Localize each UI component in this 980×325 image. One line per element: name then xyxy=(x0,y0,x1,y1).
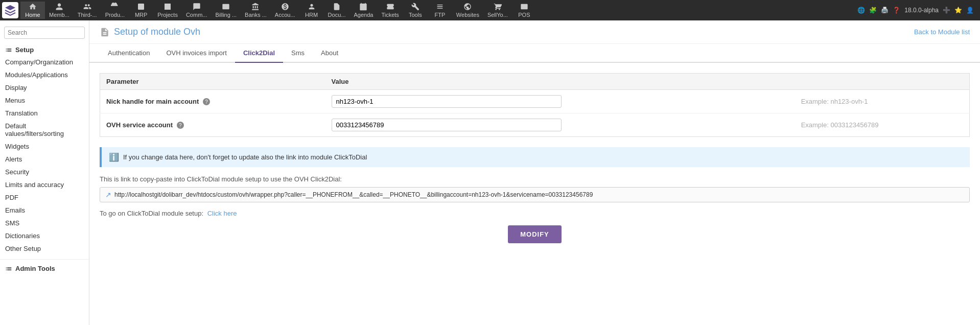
main-content: Setup of module Ovh Back to Module list … xyxy=(89,20,980,325)
help-icon[interactable]: ❓ xyxy=(893,7,900,14)
nav-tickets[interactable]: Tickets xyxy=(377,2,403,19)
sidebar: Setup Company/Organization Modules/Appli… xyxy=(0,20,89,325)
info-box: ℹ️ If you change data here, don't forget… xyxy=(100,147,970,167)
sidebar-item-translation[interactable]: Translation xyxy=(0,107,89,120)
add-icon[interactable]: ➕ xyxy=(943,7,950,14)
nav-accou[interactable]: Accou... xyxy=(271,2,299,19)
sidebar-item-default-values[interactable]: Default values/filters/sorting xyxy=(0,120,89,140)
link-box: ↗ http://localhostgit/dolibarr_dev/htdoc… xyxy=(100,187,970,202)
setup-icon xyxy=(5,47,12,54)
back-to-module-list-link[interactable]: Back to Module list xyxy=(914,28,970,36)
nav-projects[interactable]: Projects xyxy=(153,2,182,19)
nav-pos[interactable]: POS xyxy=(512,2,536,19)
tab-sms[interactable]: Sms xyxy=(283,44,313,63)
nav-hrm[interactable]: HRM xyxy=(299,2,324,19)
sidebar-item-display[interactable]: Display xyxy=(0,81,89,94)
nick-handle-example: Example: nh123-ovh-1 xyxy=(795,90,970,113)
nav-sell[interactable]: SellYo... xyxy=(483,2,512,19)
setup-section-title: Setup xyxy=(0,43,89,56)
service-account-help-icon[interactable]: ? xyxy=(177,122,184,129)
params-table: Parameter Value Nick handle for main acc… xyxy=(100,73,970,137)
sidebar-item-dictionaries[interactable]: Dictionaries xyxy=(0,229,89,242)
col-value: Value xyxy=(325,74,795,90)
nav-billing[interactable]: Billing ... xyxy=(211,2,241,19)
sidebar-item-other-setup[interactable]: Other Setup xyxy=(0,242,89,255)
sidebar-item-emails[interactable]: Emails xyxy=(0,204,89,217)
page-doc-icon xyxy=(100,27,110,37)
globe-icon[interactable]: 🌐 xyxy=(857,7,865,14)
sidebar-item-security[interactable]: Security xyxy=(0,166,89,178)
app-logo[interactable] xyxy=(2,2,18,18)
sidebar-item-menus[interactable]: Menus xyxy=(0,94,89,107)
service-account-input[interactable] xyxy=(332,119,562,131)
nav-tools[interactable]: Tools xyxy=(403,2,428,19)
sidebar-item-modules[interactable]: Modules/Applications xyxy=(0,68,89,81)
param-name-service-account: OVH service account ? xyxy=(100,113,325,137)
print-icon[interactable]: 🖨️ xyxy=(881,7,889,14)
nav-websites[interactable]: Websites xyxy=(452,2,483,19)
tab-about[interactable]: About xyxy=(313,44,346,63)
service-account-example: Example: 0033123456789 xyxy=(795,113,970,137)
nav-banks[interactable]: Banks ... xyxy=(241,2,271,19)
modify-button[interactable]: MODIFY xyxy=(508,225,562,243)
col-example-header xyxy=(795,74,970,90)
page-title: Setup of module Ovh xyxy=(114,27,200,37)
param-value-service-account xyxy=(325,113,795,137)
nav-ftp[interactable]: FTP xyxy=(428,2,452,19)
star-icon[interactable]: ⭐ xyxy=(954,7,962,14)
top-nav-right: 🌐 🧩 🖨️ ❓ 18.0.0-alpha ➕ ⭐ 👤 xyxy=(857,7,978,14)
sidebar-item-pdf[interactable]: PDF xyxy=(0,191,89,204)
page-header: Setup of module Ovh Back to Module list xyxy=(89,20,980,44)
admin-tools-section-title: Admin Tools xyxy=(0,259,89,274)
tab-click2dial[interactable]: Click2Dial xyxy=(235,44,283,63)
content-area: Parameter Value Nick handle for main acc… xyxy=(89,63,980,253)
table-row: OVH service account ? Example: 003312345… xyxy=(100,113,970,137)
info-circle-icon: ℹ️ xyxy=(109,152,119,162)
tab-ovh-invoices-import[interactable]: OVH invoices import xyxy=(158,44,235,63)
svg-rect-0 xyxy=(138,4,144,10)
sidebar-item-company[interactable]: Company/Organization xyxy=(0,56,89,68)
nav-home[interactable]: Home xyxy=(20,2,45,19)
sidebar-item-alerts[interactable]: Alerts xyxy=(0,153,89,166)
nav-agenda[interactable]: Agenda xyxy=(349,2,377,19)
admin-tools-icon xyxy=(5,265,12,272)
clicktodial-line: To go on ClickToDial module setup: Click… xyxy=(100,210,970,217)
nav-members[interactable]: Memb... xyxy=(45,2,74,19)
top-nav: Home Memb... Third-... Produ... MRP Proj… xyxy=(0,0,980,20)
search-input[interactable] xyxy=(8,29,84,36)
user-avatar[interactable]: 👤 xyxy=(966,7,974,14)
param-name-nick-handle: Nick handle for main account ? xyxy=(100,90,325,113)
click-here-link[interactable]: Click here xyxy=(207,210,237,217)
sidebar-item-widgets[interactable]: Widgets xyxy=(0,140,89,153)
puzzle-icon[interactable]: 🧩 xyxy=(869,7,877,14)
nav-items: Home Memb... Third-... Produ... MRP Proj… xyxy=(20,2,857,19)
link-description: This is link to copy-paste into ClickToD… xyxy=(100,175,970,183)
col-parameter: Parameter xyxy=(100,74,325,90)
nav-comm[interactable]: Comm... xyxy=(182,2,212,19)
tab-authentication[interactable]: Authentication xyxy=(100,44,158,63)
external-link-icon: ↗ xyxy=(105,191,111,199)
nick-handle-help-icon[interactable]: ? xyxy=(203,98,210,105)
sidebar-item-sms[interactable]: SMS xyxy=(0,217,89,229)
nav-docu[interactable]: Docu... xyxy=(324,2,350,19)
param-value-nick-handle xyxy=(325,90,795,113)
sidebar-item-limits[interactable]: Limits and accuracy xyxy=(0,178,89,191)
nick-handle-input[interactable] xyxy=(332,95,562,108)
version-label: 18.0.0-alpha xyxy=(904,7,939,14)
nav-products[interactable]: Produ... xyxy=(101,2,129,19)
table-row: Nick handle for main account ? Example: … xyxy=(100,90,970,113)
nav-mrp[interactable]: MRP xyxy=(129,2,153,19)
page-header-left: Setup of module Ovh xyxy=(100,27,200,37)
link-url-text: http://localhostgit/dolibarr_dev/htdocs/… xyxy=(114,191,593,198)
app-layout: Setup Company/Organization Modules/Appli… xyxy=(0,20,980,325)
nav-third[interactable]: Third-... xyxy=(74,2,101,19)
tabs-bar: Authentication OVH invoices import Click… xyxy=(89,44,980,63)
sidebar-search-box[interactable] xyxy=(4,27,85,39)
